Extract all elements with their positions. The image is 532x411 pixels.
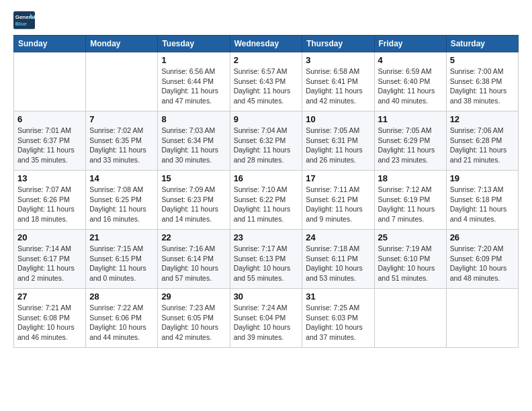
day-detail: Sunrise: 7:02 AM Sunset: 6:35 PM Dayligh… xyxy=(89,126,154,165)
day-number: 6 xyxy=(17,114,82,124)
calendar-day-13: 13Sunrise: 7:07 AM Sunset: 6:26 PM Dayli… xyxy=(14,171,86,230)
calendar-day-8: 8Sunrise: 7:03 AM Sunset: 6:34 PM Daylig… xyxy=(158,111,230,171)
day-detail: Sunrise: 7:19 AM Sunset: 6:10 PM Dayligh… xyxy=(378,244,443,283)
day-detail: Sunrise: 6:56 AM Sunset: 6:44 PM Dayligh… xyxy=(161,66,226,106)
calendar-day-5: 5Sunrise: 7:00 AM Sunset: 6:38 PM Daylig… xyxy=(446,52,518,111)
day-detail: Sunrise: 6:57 AM Sunset: 6:43 PM Dayligh… xyxy=(234,66,299,106)
calendar-day-16: 16Sunrise: 7:10 AM Sunset: 6:22 PM Dayli… xyxy=(230,171,302,230)
calendar-day-25: 25Sunrise: 7:19 AM Sunset: 6:10 PM Dayli… xyxy=(374,230,446,289)
day-number: 14 xyxy=(89,173,154,183)
header-saturday: Saturday xyxy=(446,36,518,52)
calendar-day-18: 18Sunrise: 7:12 AM Sunset: 6:19 PM Dayli… xyxy=(374,171,446,230)
day-number: 1 xyxy=(161,55,226,65)
day-number: 27 xyxy=(17,291,82,302)
day-number: 7 xyxy=(89,114,154,124)
day-detail: Sunrise: 7:21 AM Sunset: 6:08 PM Dayligh… xyxy=(17,303,82,342)
calendar-week-row: 27Sunrise: 7:21 AM Sunset: 6:08 PM Dayli… xyxy=(14,289,519,348)
day-detail: Sunrise: 7:15 AM Sunset: 6:15 PM Dayligh… xyxy=(89,244,154,283)
day-number: 11 xyxy=(378,114,443,124)
logo: General Blue xyxy=(13,11,38,30)
day-detail: Sunrise: 7:04 AM Sunset: 6:32 PM Dayligh… xyxy=(234,126,299,165)
day-number: 15 xyxy=(161,173,226,183)
logo-icon: General Blue xyxy=(13,11,35,30)
header-sunday: Sunday xyxy=(14,36,86,52)
day-detail: Sunrise: 7:16 AM Sunset: 6:14 PM Dayligh… xyxy=(161,244,226,283)
day-detail: Sunrise: 7:07 AM Sunset: 6:26 PM Dayligh… xyxy=(17,185,82,224)
calendar-day-11: 11Sunrise: 7:05 AM Sunset: 6:29 PM Dayli… xyxy=(374,111,446,171)
calendar-day-30: 30Sunrise: 7:24 AM Sunset: 6:04 PM Dayli… xyxy=(230,289,302,348)
calendar-day-10: 10Sunrise: 7:05 AM Sunset: 6:31 PM Dayli… xyxy=(302,111,374,171)
calendar-day-3: 3Sunrise: 6:58 AM Sunset: 6:41 PM Daylig… xyxy=(302,52,374,111)
calendar-day-4: 4Sunrise: 6:59 AM Sunset: 6:40 PM Daylig… xyxy=(374,52,446,111)
calendar-day-9: 9Sunrise: 7:04 AM Sunset: 6:32 PM Daylig… xyxy=(230,111,302,171)
day-detail: Sunrise: 7:14 AM Sunset: 6:17 PM Dayligh… xyxy=(17,244,82,283)
day-detail: Sunrise: 7:17 AM Sunset: 6:13 PM Dayligh… xyxy=(234,244,299,283)
calendar-day-28: 28Sunrise: 7:22 AM Sunset: 6:06 PM Dayli… xyxy=(86,289,158,348)
day-detail: Sunrise: 7:05 AM Sunset: 6:29 PM Dayligh… xyxy=(378,126,443,165)
header-monday: Monday xyxy=(86,36,158,52)
day-number: 9 xyxy=(234,114,299,124)
day-detail: Sunrise: 6:59 AM Sunset: 6:40 PM Dayligh… xyxy=(378,66,443,106)
day-detail: Sunrise: 7:08 AM Sunset: 6:25 PM Dayligh… xyxy=(89,185,154,224)
calendar-week-row: 20Sunrise: 7:14 AM Sunset: 6:17 PM Dayli… xyxy=(14,230,519,289)
day-detail: Sunrise: 7:18 AM Sunset: 6:11 PM Dayligh… xyxy=(306,244,370,283)
day-number: 23 xyxy=(234,232,299,242)
calendar-day-2: 2Sunrise: 6:57 AM Sunset: 6:43 PM Daylig… xyxy=(230,52,302,111)
day-number: 10 xyxy=(306,114,370,124)
day-number: 3 xyxy=(306,55,370,65)
calendar-day-19: 19Sunrise: 7:13 AM Sunset: 6:18 PM Dayli… xyxy=(446,171,518,230)
day-number: 29 xyxy=(161,291,226,302)
calendar-week-row: 6Sunrise: 7:01 AM Sunset: 6:37 PM Daylig… xyxy=(14,111,519,171)
day-detail: Sunrise: 7:20 AM Sunset: 6:09 PM Dayligh… xyxy=(450,244,515,283)
day-number: 13 xyxy=(17,173,82,183)
calendar-day-23: 23Sunrise: 7:17 AM Sunset: 6:13 PM Dayli… xyxy=(230,230,302,289)
day-number: 28 xyxy=(89,291,154,302)
day-detail: Sunrise: 7:12 AM Sunset: 6:19 PM Dayligh… xyxy=(378,185,443,224)
day-detail: Sunrise: 7:06 AM Sunset: 6:28 PM Dayligh… xyxy=(450,126,515,165)
day-number: 30 xyxy=(234,291,299,302)
day-detail: Sunrise: 7:00 AM Sunset: 6:38 PM Dayligh… xyxy=(450,66,515,106)
calendar-day-24: 24Sunrise: 7:18 AM Sunset: 6:11 PM Dayli… xyxy=(302,230,374,289)
calendar-day-26: 26Sunrise: 7:20 AM Sunset: 6:09 PM Dayli… xyxy=(446,230,518,289)
calendar-day-22: 22Sunrise: 7:16 AM Sunset: 6:14 PM Dayli… xyxy=(158,230,230,289)
day-detail: Sunrise: 7:01 AM Sunset: 6:37 PM Dayligh… xyxy=(17,126,82,165)
day-detail: Sunrise: 7:10 AM Sunset: 6:22 PM Dayligh… xyxy=(234,185,299,224)
calendar-day-1: 1Sunrise: 6:56 AM Sunset: 6:44 PM Daylig… xyxy=(158,52,230,111)
day-detail: Sunrise: 7:03 AM Sunset: 6:34 PM Dayligh… xyxy=(161,126,226,165)
day-number: 24 xyxy=(306,232,370,242)
calendar-day-29: 29Sunrise: 7:23 AM Sunset: 6:05 PM Dayli… xyxy=(158,289,230,348)
calendar-day-6: 6Sunrise: 7:01 AM Sunset: 6:37 PM Daylig… xyxy=(14,111,86,171)
calendar-header-row: SundayMondayTuesdayWednesdayThursdayFrid… xyxy=(14,36,519,52)
day-detail: Sunrise: 6:58 AM Sunset: 6:41 PM Dayligh… xyxy=(306,66,370,106)
calendar-day-20: 20Sunrise: 7:14 AM Sunset: 6:17 PM Dayli… xyxy=(14,230,86,289)
day-number: 17 xyxy=(306,173,370,183)
calendar-day-15: 15Sunrise: 7:09 AM Sunset: 6:23 PM Dayli… xyxy=(158,171,230,230)
header-section: General Blue xyxy=(13,11,519,30)
day-number: 4 xyxy=(378,55,443,65)
day-detail: Sunrise: 7:13 AM Sunset: 6:18 PM Dayligh… xyxy=(450,185,515,224)
calendar-empty-cell xyxy=(14,52,86,111)
day-number: 2 xyxy=(234,55,299,65)
svg-text:Blue: Blue xyxy=(15,21,28,27)
day-detail: Sunrise: 7:24 AM Sunset: 6:04 PM Dayligh… xyxy=(234,303,299,342)
day-number: 21 xyxy=(89,232,154,242)
day-detail: Sunrise: 7:09 AM Sunset: 6:23 PM Dayligh… xyxy=(161,185,226,224)
header-friday: Friday xyxy=(374,36,446,52)
day-number: 22 xyxy=(161,232,226,242)
calendar-day-14: 14Sunrise: 7:08 AM Sunset: 6:25 PM Dayli… xyxy=(86,171,158,230)
calendar-table: SundayMondayTuesdayWednesdayThursdayFrid… xyxy=(13,35,519,348)
day-number: 20 xyxy=(17,232,82,242)
day-detail: Sunrise: 7:22 AM Sunset: 6:06 PM Dayligh… xyxy=(89,303,154,342)
day-detail: Sunrise: 7:25 AM Sunset: 6:03 PM Dayligh… xyxy=(306,303,370,342)
calendar-empty-cell xyxy=(374,289,446,348)
calendar-day-17: 17Sunrise: 7:11 AM Sunset: 6:21 PM Dayli… xyxy=(302,171,374,230)
day-number: 26 xyxy=(450,232,515,242)
calendar-day-31: 31Sunrise: 7:25 AM Sunset: 6:03 PM Dayli… xyxy=(302,289,374,348)
day-number: 18 xyxy=(378,173,443,183)
day-number: 12 xyxy=(450,114,515,124)
day-number: 25 xyxy=(378,232,443,242)
day-number: 16 xyxy=(234,173,299,183)
calendar-empty-cell xyxy=(86,52,158,111)
day-number: 31 xyxy=(306,291,370,302)
day-detail: Sunrise: 7:11 AM Sunset: 6:21 PM Dayligh… xyxy=(306,185,370,224)
